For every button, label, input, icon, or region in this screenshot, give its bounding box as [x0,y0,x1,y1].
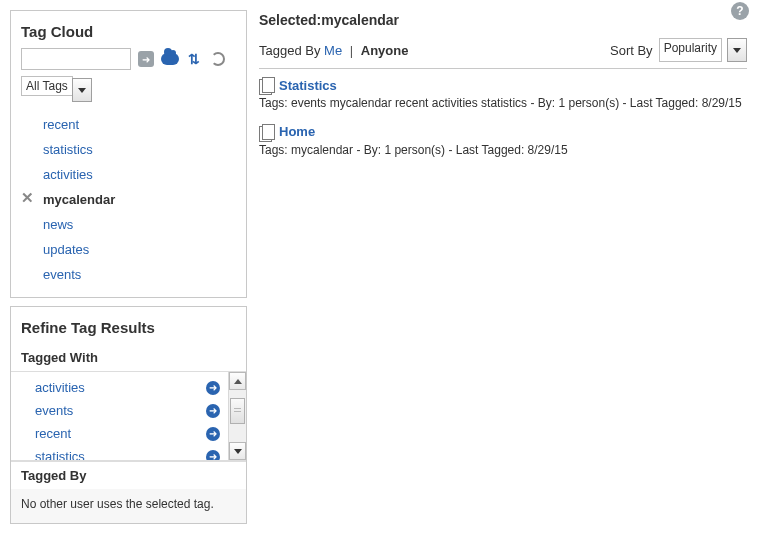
refine-item-label: activities [35,380,85,395]
tag-label: recent [43,117,79,132]
tagged-by-filter: Tagged By Me | Anyone [259,43,408,58]
refresh-icon[interactable] [209,50,227,68]
add-tag-icon[interactable]: ➜ [206,450,220,461]
tag-item[interactable]: updates [43,237,236,262]
sort-by-select[interactable]: Popularity [659,38,722,62]
sort-icon[interactable]: ⇅ [185,50,203,68]
tag-filter-select[interactable]: All Tags [21,76,73,96]
refine-item-label: statistics [35,449,85,460]
tag-cloud-title: Tag Cloud [11,11,246,48]
sort-by: Sort By Popularity [610,38,747,62]
main-content: ? Selected:mycalendar Tagged By Me | Any… [259,10,747,532]
scroll-up-button[interactable] [229,372,246,390]
selected-prefix: Selected: [259,12,321,28]
tagged-by-empty-message: No other user uses the selected tag. [11,489,246,523]
result-meta: Tags: events mycalendar recent activitie… [259,95,747,112]
tag-cloud-panel: Tag Cloud ➜ ⇅ All Tags recent [10,10,247,298]
result-meta: Tags: mycalendar - By: 1 person(s) - Las… [259,142,747,159]
refine-title: Refine Tag Results [11,307,246,344]
tag-label: statistics [43,142,93,157]
tag-item[interactable]: recent [43,112,236,137]
tag-item[interactable]: activities [43,162,236,187]
add-tag-icon[interactable]: ➜ [206,381,220,395]
scroll-thumb[interactable] [230,398,245,424]
result-item: Statistics Tags: events mycalendar recen… [259,77,747,112]
tag-label: updates [43,242,89,257]
cloud-icon[interactable] [161,50,179,68]
refine-item-label: events [35,403,73,418]
refine-item-label: recent [35,426,71,441]
divider [259,68,747,69]
refine-item[interactable]: events ➜ [35,399,220,422]
tag-item-selected[interactable]: ✕ mycalendar [43,187,236,212]
tagged-by-anyone: Anyone [361,43,409,58]
tag-list: recent statistics activities ✕ mycalenda… [21,112,236,287]
tagged-by-heading: Tagged By [11,461,246,489]
tagged-with-heading: Tagged With [11,344,246,371]
tag-label: news [43,217,73,232]
add-tag-icon[interactable]: ➜ [206,404,220,418]
refine-scrollbar[interactable] [228,372,246,460]
sort-by-dropdown-button[interactable] [727,38,747,62]
help-icon[interactable]: ? [731,2,749,20]
tagged-by-label: Tagged By [259,43,320,58]
page-icon [259,77,273,93]
result-title-link[interactable]: Statistics [279,78,337,93]
selected-value: mycalendar [321,12,399,28]
add-tag-icon[interactable]: ➜ [206,427,220,441]
refine-panel: Refine Tag Results Tagged With activitie… [10,306,247,524]
tagged-with-list-wrap: activities ➜ events ➜ recent ➜ statistic… [11,371,246,461]
selected-line: Selected:mycalendar [259,12,747,28]
result-title-link[interactable]: Home [279,124,315,139]
go-icon[interactable]: ➜ [137,50,155,68]
separator: | [350,43,353,58]
tag-label: mycalendar [43,192,115,207]
refine-item[interactable]: recent ➜ [35,422,220,445]
tag-filter-dropdown-button[interactable] [72,78,92,102]
refine-item[interactable]: statistics ➜ [35,445,220,460]
tag-search-row: ➜ ⇅ [21,48,236,70]
result-item: Home Tags: mycalendar - By: 1 person(s) … [259,124,747,159]
tag-item[interactable]: statistics [43,137,236,162]
tag-filter-row: All Tags [21,78,236,102]
tagged-by-me-link[interactable]: Me [324,43,342,58]
tag-label: events [43,267,81,282]
scroll-down-button[interactable] [229,442,246,460]
tagged-with-list: activities ➜ events ➜ recent ➜ statistic… [11,372,228,460]
filter-sort-row: Tagged By Me | Anyone Sort By Popularity [259,38,747,62]
remove-tag-icon[interactable]: ✕ [21,191,35,205]
refine-item[interactable]: activities ➜ [35,376,220,399]
tag-item[interactable]: events [43,262,236,287]
tag-item[interactable]: news [43,212,236,237]
tag-label: activities [43,167,93,182]
tag-search-input[interactable] [21,48,131,70]
sort-by-label: Sort By [610,43,653,58]
page-icon [259,124,273,140]
